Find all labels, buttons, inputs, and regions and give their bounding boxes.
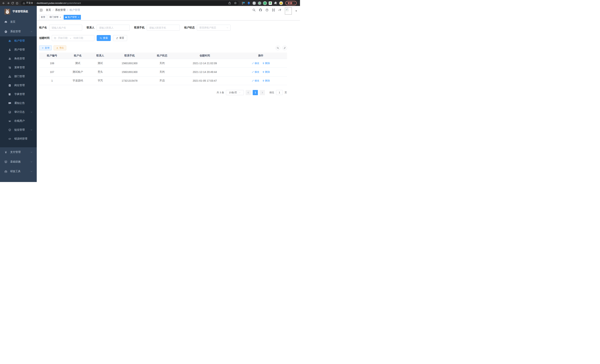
sidebar-item-dept[interactable]: 部门管理 [0,72,37,81]
next-page-button[interactable] [260,90,265,95]
end-date-placeholder[interactable]: 结束日期 [74,36,83,40]
browser-back-icon[interactable] [1,1,6,5]
sidebar-item-notice[interactable]: 通知公告 [0,99,37,108]
y-extension-icon[interactable]: Y [263,1,267,5]
address-bar[interactable]: 不安全 dashboard.yudao.iocoder.cn/system/te… [21,1,239,5]
avatar-caret-down-icon[interactable] [295,10,297,12]
diamond-extension-icon[interactable] [241,1,245,5]
kite-extension-icon[interactable] [247,1,251,5]
edit-link[interactable]: 修改 [252,79,259,82]
sidebar-item-menu[interactable]: 菜单管理 [0,63,37,72]
cell-tenant-id: 107 [39,67,65,76]
show-search-toggle-button[interactable] [275,46,280,50]
filter-label-status: 租户状态 [184,26,195,29]
svg-text:Y: Y [264,2,265,4]
chrome-update-button[interactable]: 更新 [285,1,297,5]
chevron-down-icon [30,161,33,163]
edit-icon [252,71,254,73]
page-1-button[interactable]: 1 [253,90,258,95]
cell-created-time: 2021-12-14 21:02:09 [175,59,235,67]
sidebar-item-infra[interactable]: 基础设施 [0,157,37,167]
sidebar-item-user[interactable]: 用户管理 [0,45,37,54]
refresh-table-button[interactable] [282,46,287,50]
browser-forward-icon[interactable] [6,1,10,5]
app-logo-icon [4,9,10,14]
sidebar-item-role[interactable]: 角色管理 [0,54,37,63]
fullscreen-icon[interactable] [272,8,275,12]
breadcrumb-item[interactable]: 首页 [46,8,51,12]
not-secure-warning-icon[interactable] [23,2,25,4]
table-row: 1芋道源码芋艿17321315478开启2021-01-05 17:03:47修… [39,76,287,85]
reset-button[interactable]: 重置 [113,35,127,41]
page-size-select[interactable]: 10条/页 [226,90,244,95]
chat-extension-icon[interactable] [268,1,272,5]
bookmark-star-icon[interactable] [234,1,237,5]
github-icon[interactable] [259,8,262,12]
delete-link[interactable]: 删除 [262,62,270,65]
tab-close-icon[interactable]: × [60,16,61,19]
date-range-picker[interactable]: 开始日期 - 结束日期 [52,35,94,41]
add-button[interactable]: 新增 [39,46,52,50]
user-avatar[interactable] [285,7,292,15]
tenant-name-input[interactable] [49,25,82,31]
goto-label: 前往 [269,91,274,94]
sidebar-item-tenant[interactable]: 租户管理 [0,36,37,45]
delete-link[interactable]: 删除 [262,70,270,74]
tab-close-icon[interactable]: × [78,16,79,19]
edit-link[interactable]: 修改 [252,62,259,65]
chevron-up-icon [30,30,33,33]
tab-dept[interactable]: 部门管理× [48,15,63,20]
phone-input[interactable] [147,25,180,31]
chrome-menu-icon[interactable] [293,2,296,4]
share-icon[interactable] [228,1,231,5]
sidebar-item-system[interactable]: 系统管理 [0,27,37,36]
edit-icon [252,62,254,64]
system-submenu: 租户管理用户管理角色管理菜单管理部门管理岗位管理字典管理通知公告审计日志在线用户… [0,36,37,147]
edit-link[interactable]: 修改 [252,70,259,74]
help-icon[interactable] [265,8,269,12]
goto-page-input[interactable] [276,90,283,95]
font-size-icon[interactable]: TT [278,8,282,12]
breadcrumb-item: 租户管理 [70,8,80,12]
sidebar-item-sms[interactable]: 短信管理 [0,125,37,134]
sidebar-item-label: 菜单管理 [14,66,25,69]
cell-actions: 修改删除 [235,76,287,85]
sidebar-item-dev-tool[interactable]: 研发工具 [0,167,37,176]
column-header: 操作 [235,53,287,59]
sidebar-item-audit-log[interactable]: 审计日志 [0,108,37,117]
start-date-placeholder[interactable]: 开始日期 [58,36,67,40]
tab-label: 部门管理 [49,16,58,19]
browser-home-icon[interactable] [15,1,19,5]
breadcrumb-item[interactable]: 系统管理 [55,8,66,12]
record-extension-icon[interactable] [258,1,262,5]
delete-link[interactable]: 删除 [262,79,270,82]
cell-contact: 秃头 [91,67,110,76]
sidebar-item-label: 审计日志 [14,110,25,114]
sidebar-item-error-code[interactable]: 错误码管理 [0,134,37,143]
tenant-page: 租户名联系人联系手机租户状态请选择租户状态 创建时间 开始日期 - 结束日期 搜… [37,20,300,182]
sidebar-item-dict[interactable]: 字典管理 [0,90,37,99]
tags-view: 首页部门管理×租户管理× [37,14,300,20]
sidebar-item-post[interactable]: 岗位管理 [0,81,37,90]
puzzle-extensions-icon[interactable] [274,1,278,5]
sidebar-item-home[interactable]: 首页 [0,17,37,27]
contact-input[interactable] [97,25,130,31]
export-button[interactable]: 导出 [54,46,66,50]
dashboard-icon [4,20,7,24]
tab-home[interactable]: 首页 [39,15,47,20]
audit-log-icon [8,111,11,114]
dictionary-icon [8,93,11,96]
emoji-avatar-icon[interactable] [279,1,283,5]
search-button[interactable]: 搜索 [97,35,111,41]
edit-link-label: 修改 [254,62,259,65]
sidebar-item-pay[interactable]: 支付管理 [0,147,37,157]
tab-tenant[interactable]: 租户管理× [64,15,81,20]
header-search-icon[interactable] [252,8,256,12]
sidebar-toggle-icon[interactable] [39,8,43,12]
command-extension-icon[interactable] [252,1,256,5]
browser-refresh-icon[interactable] [10,1,15,5]
status-select[interactable]: 请选择租户状态 [197,25,231,31]
prev-page-button[interactable] [246,90,251,95]
search-icon [277,47,279,49]
sidebar-item-online-user[interactable]: 在线用户 [0,117,37,125]
